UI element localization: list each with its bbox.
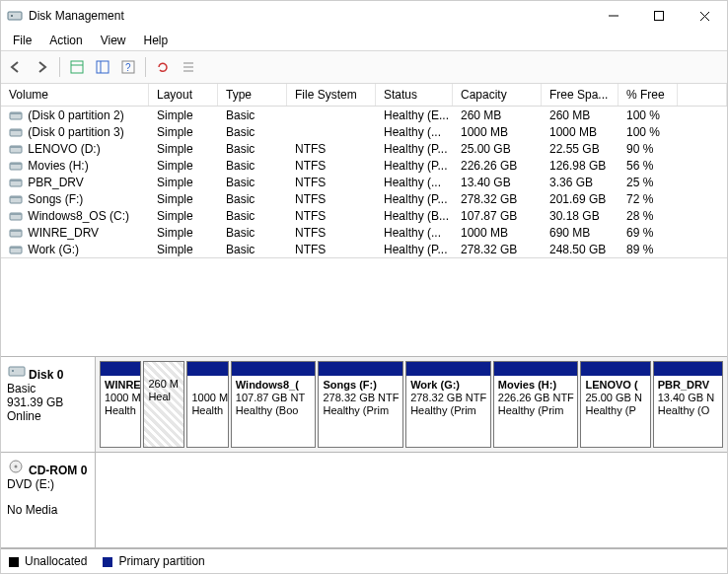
partition[interactable]: 260 MHeal <box>143 361 184 448</box>
column-header[interactable]: Layout <box>149 84 218 106</box>
cell: (Disk 0 partition 3) <box>1 125 149 139</box>
table-row[interactable]: Songs (F:)SimpleBasicNTFSHealthy (P...27… <box>1 190 727 207</box>
legend: Unallocated Primary partition <box>1 548 727 573</box>
column-header[interactable]: Capacity <box>453 84 542 106</box>
disk-info[interactable]: CD-ROM 0DVD (E:)No Media <box>1 453 96 547</box>
toolbar-help-button[interactable]: ? <box>116 55 140 79</box>
toolbar-view1-button[interactable] <box>65 55 89 79</box>
svg-rect-18 <box>10 129 22 131</box>
column-header[interactable] <box>678 84 727 106</box>
maximize-button[interactable] <box>636 1 682 31</box>
volume-list-header: VolumeLayoutTypeFile SystemStatusCapacit… <box>1 84 727 107</box>
column-header[interactable]: Volume <box>1 84 149 106</box>
titlebar: Disk Management <box>1 1 727 31</box>
cell: 100 % <box>619 125 678 139</box>
cell: Basic <box>218 142 287 156</box>
toolbar-separator <box>145 57 146 77</box>
disk-state: No Media <box>7 503 89 517</box>
volume-icon <box>9 160 23 172</box>
partition[interactable]: Windows8_(107.87 GB NTHealthy (Boo <box>231 361 317 448</box>
column-header[interactable]: % Free <box>619 84 678 106</box>
partition-area <box>96 453 727 547</box>
column-header[interactable]: Status <box>376 84 453 106</box>
cell: Simple <box>149 243 218 256</box>
partition[interactable]: Movies (H:)226.26 GB NTFHealthy (Prim <box>493 361 579 448</box>
svg-text:?: ? <box>125 62 131 73</box>
partition[interactable]: Work (G:)278.32 GB NTFHealthy (Prim <box>405 361 491 448</box>
table-row[interactable]: LENOVO (D:)SimpleBasicNTFSHealthy (P...2… <box>1 140 727 157</box>
cell: Healthy (P... <box>376 159 453 173</box>
cell: 1000 MB <box>453 125 542 139</box>
cell: NTFS <box>287 159 376 173</box>
table-row[interactable]: (Disk 0 partition 2)SimpleBasicHealthy (… <box>1 107 727 123</box>
toolbar-view2-button[interactable] <box>91 55 114 79</box>
back-button[interactable] <box>5 55 29 79</box>
cell: Basic <box>218 125 287 139</box>
cell: Healthy (P... <box>376 142 453 156</box>
cell: 90 % <box>619 142 678 156</box>
column-header[interactable]: Type <box>218 84 287 106</box>
cell: 278.32 GB <box>453 192 542 206</box>
svg-rect-6 <box>71 61 83 73</box>
volume-icon <box>9 126 23 138</box>
legend-unallocated: Unallocated <box>9 554 87 568</box>
partition-label: PBR_DRV13.40 GB NHealthy (O <box>654 376 722 420</box>
forward-button[interactable] <box>31 55 54 79</box>
window-title: Disk Management <box>29 9 591 23</box>
partition-color-bar <box>406 362 490 376</box>
cell: 89 % <box>619 243 678 256</box>
partition[interactable]: PBR_DRV13.40 GB NHealthy (O <box>653 361 723 448</box>
partition-color-bar <box>581 362 649 376</box>
cell: Healthy (... <box>376 226 453 240</box>
column-header[interactable]: Free Spa... <box>542 84 619 106</box>
table-row[interactable]: Movies (H:)SimpleBasicNTFSHealthy (P...2… <box>1 157 727 174</box>
minimize-button[interactable] <box>591 1 636 31</box>
table-row[interactable]: (Disk 0 partition 3)SimpleBasicHealthy (… <box>1 123 727 140</box>
disk-state: Online <box>7 409 89 423</box>
menu-view[interactable]: View <box>93 33 134 48</box>
partition-color-bar <box>187 362 227 376</box>
menu-help[interactable]: Help <box>136 33 177 48</box>
cell: 22.55 GB <box>542 142 619 156</box>
cell: 1000 MB <box>542 125 619 139</box>
svg-point-36 <box>15 466 18 468</box>
cell: 1000 MB <box>453 226 542 240</box>
table-row[interactable]: WINRE_DRVSimpleBasicNTFSHealthy (...1000… <box>1 224 727 241</box>
toolbar: ? <box>1 50 727 84</box>
disk-name: Disk 0 <box>29 368 63 382</box>
svg-rect-20 <box>10 146 22 148</box>
unallocated-swatch-icon <box>9 557 19 567</box>
cell: Basic <box>218 108 287 122</box>
table-row[interactable]: PBR_DRVSimpleBasicNTFSHealthy (...13.40 … <box>1 174 727 190</box>
table-row[interactable]: Work (G:)SimpleBasicNTFSHealthy (P...278… <box>1 241 727 257</box>
toolbar-refresh-button[interactable] <box>151 55 175 79</box>
cell: NTFS <box>287 226 376 240</box>
close-button[interactable] <box>682 1 727 31</box>
cell: Work (G:) <box>1 243 149 256</box>
partition-color-bar <box>654 362 722 376</box>
table-row[interactable]: Windows8_OS (C:)SimpleBasicNTFSHealthy (… <box>1 207 727 224</box>
partition[interactable]: WINRE1000 MHealth <box>100 361 141 448</box>
svg-rect-33 <box>9 367 25 376</box>
column-header[interactable]: File System <box>287 84 376 106</box>
menu-file[interactable]: File <box>5 33 39 48</box>
app-icon <box>7 8 23 24</box>
toolbar-list-button[interactable] <box>177 55 200 79</box>
cell: Basic <box>218 176 287 189</box>
partition-label: 260 MHeal <box>144 362 183 406</box>
cell: 13.40 GB <box>453 176 542 189</box>
menu-action[interactable]: Action <box>41 33 90 48</box>
partition[interactable]: 1000 MHealth <box>186 361 228 448</box>
disk-info[interactable]: Disk 0Basic931.39 GBOnline <box>1 357 96 452</box>
partition[interactable]: LENOVO (25.00 GB NHealthy (P <box>580 361 650 448</box>
svg-point-1 <box>11 15 13 17</box>
splitter-gap[interactable] <box>1 258 727 356</box>
partition-color-bar <box>494 362 578 376</box>
cell: Basic <box>218 192 287 206</box>
disk-size: 931.39 GB <box>7 395 89 409</box>
partition-label: 1000 MHealth <box>187 376 227 420</box>
svg-rect-24 <box>10 179 22 181</box>
cell: 72 % <box>619 192 678 206</box>
cell: Healthy (E... <box>376 108 453 122</box>
partition[interactable]: Songs (F:)278.32 GB NTFHealthy (Prim <box>318 361 403 448</box>
